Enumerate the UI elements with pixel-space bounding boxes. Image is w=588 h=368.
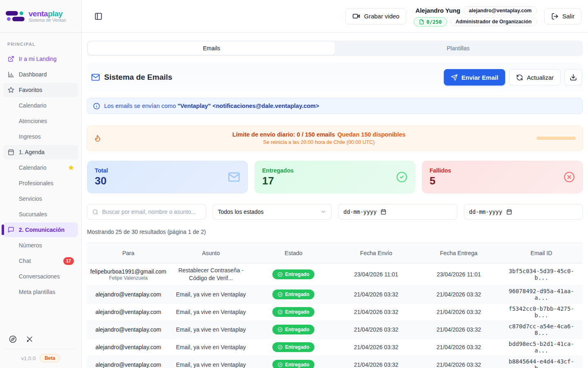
download-icon: [570, 74, 577, 81]
stat-card-fallidos: Fallidos 5: [422, 161, 583, 193]
sidebar-item-chat[interactable]: Chat 17: [3, 254, 78, 268]
sidebar-item-ingresos[interactable]: Ingresos: [3, 129, 78, 144]
email-id: 96078492-d95a-41aa-a...: [500, 286, 583, 303]
user-role-badge: Administrador de Organización: [450, 17, 537, 26]
sent-date: 21/04/2026 03:32: [335, 356, 417, 368]
col-email-id: Email ID: [500, 243, 583, 263]
sidebar-item-calendario-fav[interactable]: Calendario: [3, 98, 78, 113]
date-to-input[interactable]: dd-mm-yyyy: [464, 204, 583, 220]
search-input[interactable]: [102, 209, 201, 215]
user-name: Alejandro Yung: [416, 7, 461, 14]
sidebar-group-comunicacion[interactable]: 2. Comunicación: [3, 222, 78, 237]
sidebar-item-label: 2. Comunicación: [19, 227, 65, 233]
results-summary: Mostrando 25 de 30 resultados (página 1 …: [87, 229, 583, 235]
sidebar-item-atenciones[interactable]: Atenciones: [3, 114, 78, 128]
tools-icon[interactable]: [26, 335, 33, 343]
sidebar-item-calendario[interactable]: Calendario: [3, 160, 78, 175]
status-badge: Entregado: [272, 307, 314, 317]
sidebar-item-sucursales[interactable]: Sucursales: [3, 207, 78, 222]
content: Emails Plantillas Sistema de Emails Envi…: [82, 33, 588, 368]
sidebar-group-favoritos[interactable]: Favoritos: [3, 83, 78, 97]
record-video-button[interactable]: Grabar video: [345, 8, 406, 25]
sidebar-item-conversaciones[interactable]: Conversaciones: [3, 269, 78, 284]
beta-badge: Beta: [40, 354, 60, 362]
sidebar-item-label: 1. Agenda: [19, 149, 45, 155]
send-icon: [451, 74, 458, 81]
sidebar-item-landing[interactable]: Ir a mi Landing: [3, 52, 78, 66]
sidebar-item-servicios[interactable]: Servicios: [3, 191, 78, 206]
table-row: alejandro@ventaplay.com Email, ya vive e…: [87, 303, 583, 321]
sidebar-item-meta-plantillas[interactable]: Meta plantillas: [3, 285, 78, 299]
tab-plantillas[interactable]: Plantillas: [335, 42, 581, 55]
logout-icon: [551, 13, 559, 20]
sidebar-group-agenda[interactable]: 1. Agenda: [3, 145, 78, 159]
limit-title: Límite de envío diario: 0 / 150 emails: [232, 131, 335, 138]
sidebar-item-label: Números: [19, 242, 42, 249]
search-box[interactable]: [87, 204, 206, 220]
brand-logo-icon: [6, 11, 24, 21]
calendar-icon: [7, 148, 15, 156]
sidebar: ventaplay Sistema de Ventas PRINCIPAL Ir…: [0, 0, 82, 368]
app-version: v1.0.0: [21, 355, 36, 361]
email-id: bdd98ec5-b2d1-41ca-a...: [500, 339, 583, 356]
mail-icon: [91, 73, 100, 82]
sidebar-item-label: Sucursales: [19, 211, 47, 218]
external-link-icon: [7, 55, 15, 63]
sidebar-item-label: Ir a mi Landing: [19, 56, 57, 62]
check-circle-icon: [396, 171, 408, 183]
status-select[interactable]: Todos los estados: [213, 204, 332, 220]
table-row: alejandro@ventaplay.com Email, ya vive e…: [87, 286, 583, 303]
brand-name: ventaplay: [29, 10, 66, 18]
limit-progress-bar: [537, 137, 576, 140]
brand-tagline: Sistema de Ventas: [29, 18, 66, 22]
refresh-button[interactable]: Actualizar: [509, 69, 561, 85]
status-badge: Entregado: [272, 289, 314, 299]
date-from-input[interactable]: dd-mm-yyyy: [338, 204, 457, 220]
main-area: Grabar video Alejandro Yung alejandro@ve…: [82, 0, 588, 368]
sidebar-toggle-icon[interactable]: [91, 9, 105, 23]
sidebar-item-numeros[interactable]: Números: [3, 238, 78, 253]
star-icon: [7, 86, 15, 94]
table-row: alejandro@ventaplay.com Email, ya vive e…: [87, 356, 583, 368]
email-id: c870d7cc-a54e-4ca6-8...: [500, 321, 583, 339]
compass-icon[interactable]: [9, 335, 17, 343]
download-button[interactable]: [565, 69, 582, 85]
sidebar-item-label: Calendario: [19, 164, 47, 171]
x-circle-icon: [564, 171, 575, 183]
sidebar-item-label: Ingresos: [19, 133, 41, 140]
tab-emails[interactable]: Emails: [88, 42, 335, 55]
sidebar-item-label: Favoritos: [19, 87, 42, 93]
brand-logo[interactable]: ventaplay Sistema de Ventas: [0, 0, 81, 33]
sidebar-item-dashboard[interactable]: Dashboard: [3, 67, 78, 82]
sidebar-item-label: Servicios: [19, 195, 42, 202]
sent-date: 23/04/2026 11:01: [335, 263, 417, 286]
send-email-button[interactable]: Enviar Email: [444, 69, 505, 85]
table-header-row: Para Asunto Estado Fecha Envío Fecha Ent…: [87, 243, 583, 263]
sidebar-item-profesionales[interactable]: Profesionales: [3, 176, 78, 191]
delivered-date: 23/04/2026 11:01: [417, 263, 500, 286]
video-camera-icon: [352, 12, 360, 20]
chat-unread-badge: 17: [63, 257, 74, 265]
email-id: f5342cc0-b7bb-4275-b...: [500, 303, 583, 321]
filters-row: Todos los estados dd-mm-yyyy dd-mm-yyyy: [87, 204, 583, 220]
table-row: alejandro@ventaplay.com Email, ya vive e…: [87, 339, 583, 356]
table-row: felipeburboa1991@gmail.comFelipe Valenzu…: [87, 263, 583, 286]
favorite-star-icon[interactable]: [68, 165, 74, 171]
stat-label: Total: [95, 167, 108, 174]
file-icon: [419, 19, 424, 25]
sidebar-item-label: Calendario: [19, 102, 47, 109]
tabbar: Emails Plantillas: [87, 40, 583, 56]
email-id: 3bf5c034-5d39-45c0-b...: [500, 263, 583, 286]
logout-button[interactable]: Salir: [544, 8, 581, 25]
status-badge: Entregado: [272, 360, 314, 368]
panel-header: Sistema de Emails Enviar Email Actualiza…: [87, 63, 583, 91]
col-para: Para: [87, 243, 169, 263]
bar-chart-icon: [7, 71, 15, 78]
stat-label: Entregados: [262, 167, 294, 174]
sidebar-section-label: PRINCIPAL: [0, 38, 81, 51]
info-icon: [93, 103, 100, 110]
sender-info-banner: Los emails se envían como "Ventaplay" <n…: [87, 98, 583, 114]
footer-divider: [6, 349, 76, 349]
sidebar-item-label: Conversaciones: [19, 273, 60, 280]
email-subject: Restablecer Contraseña - Código de Verif…: [173, 267, 249, 282]
